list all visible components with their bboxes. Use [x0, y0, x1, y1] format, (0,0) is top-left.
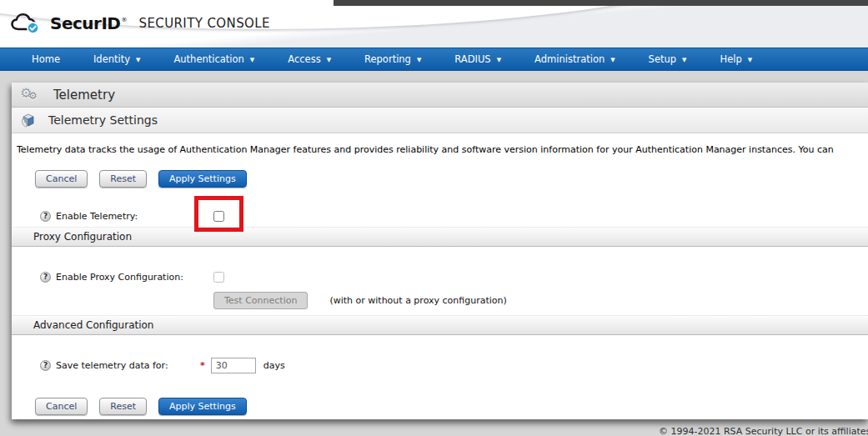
- enable-proxy-checkbox[interactable]: [213, 272, 224, 283]
- chevron-down-icon: ▼: [417, 56, 421, 63]
- bottom-button-row: Cancel Reset Apply Settings: [12, 397, 868, 415]
- nav-item-home[interactable]: Home: [20, 53, 72, 65]
- required-asterisk: *: [200, 360, 205, 371]
- help-icon[interactable]: ?: [40, 272, 51, 283]
- help-icon[interactable]: ?: [40, 360, 51, 371]
- proxy-configuration-section-header: Proxy Configuration: [12, 227, 868, 247]
- enable-proxy-row: ? Enable Proxy Configuration:: [12, 271, 868, 283]
- page-title: Telemetry: [53, 88, 115, 103]
- chevron-down-icon: ▼: [497, 56, 501, 63]
- settings-box-icon: [20, 112, 37, 128]
- save-telemetry-row: ? Save telemetry data for: * days: [12, 357, 868, 373]
- apply-settings-button[interactable]: Apply Settings: [158, 398, 247, 415]
- nav-item-radius[interactable]: RADIUS▼: [443, 53, 513, 65]
- help-icon[interactable]: ?: [40, 211, 51, 222]
- nav-item-identity[interactable]: Identity▼: [82, 53, 152, 65]
- days-unit-label: days: [263, 360, 285, 371]
- console-title: SECURITY CONSOLE: [138, 16, 269, 31]
- brand-trademark: ®: [121, 17, 127, 23]
- app-header: SecurID ® SECURITY CONSOLE: [0, 0, 868, 48]
- top-button-row: Cancel Reset Apply Settings: [12, 169, 868, 188]
- enable-telemetry-row: ? Enable Telemetry:: [12, 208, 868, 224]
- brand-name: SecurID: [50, 13, 120, 33]
- window-artifact-stripe: [334, 0, 868, 6]
- gears-icon: ⚙⚙: [20, 85, 42, 105]
- save-telemetry-label: Save telemetry data for:: [56, 360, 168, 371]
- nav-item-access[interactable]: Access▼: [276, 53, 343, 65]
- enable-telemetry-label: Enable Telemetry:: [56, 211, 138, 222]
- save-days-input[interactable]: [211, 358, 256, 373]
- advanced-configuration-section-header: Advanced Configuration: [12, 315, 868, 335]
- nav-item-administration[interactable]: Administration▼: [523, 53, 627, 65]
- page-title-bar: ⚙⚙ Telemetry: [12, 83, 868, 108]
- chevron-down-icon: ▼: [610, 56, 615, 63]
- nav-item-reporting[interactable]: Reporting▼: [353, 53, 433, 65]
- enable-proxy-label: Enable Proxy Configuration:: [56, 272, 183, 283]
- test-connection-button[interactable]: Test Connection: [213, 292, 308, 309]
- page-description: Telemetry data tracks the usage of Authe…: [17, 144, 863, 156]
- test-connection-note: (with or without a proxy configuration): [329, 295, 506, 306]
- apply-settings-button[interactable]: Apply Settings: [158, 170, 247, 188]
- page-subtitle: Telemetry Settings: [48, 113, 158, 127]
- reset-button[interactable]: Reset: [99, 398, 147, 415]
- chevron-down-icon: ▼: [250, 56, 254, 63]
- securid-logo: SecurID ® SECURITY CONSOLE: [10, 12, 270, 35]
- chevron-down-icon: ▼: [748, 56, 752, 63]
- nav-item-authentication[interactable]: Authentication▼: [162, 53, 266, 65]
- test-connection-row: Test Connection (with or without a proxy…: [12, 292, 868, 308]
- nav-item-setup[interactable]: Setup▼: [637, 53, 699, 65]
- main-nav: Home Identity▼ Authentication▼ Access▼ R…: [0, 48, 868, 71]
- cancel-button[interactable]: Cancel: [35, 398, 88, 415]
- cancel-button[interactable]: Cancel: [35, 170, 88, 188]
- nav-item-help[interactable]: Help▼: [708, 53, 764, 65]
- chevron-down-icon: ▼: [136, 56, 140, 63]
- chevron-down-icon: ▼: [327, 56, 331, 63]
- copyright-text: © 1994-2021 RSA Security LLC or its affi…: [659, 426, 868, 436]
- chevron-down-icon: ▼: [682, 56, 686, 63]
- cloud-check-icon: [10, 12, 43, 35]
- reset-button[interactable]: Reset: [99, 170, 147, 188]
- page-background: ⚙⚙ Telemetry Telemetry Settings Telemetr…: [0, 71, 868, 436]
- content-panel: ⚙⚙ Telemetry Telemetry Settings Telemetr…: [12, 83, 868, 419]
- annotation-highlight-box: [194, 196, 243, 232]
- section-title-bar: Telemetry Settings: [12, 108, 868, 133]
